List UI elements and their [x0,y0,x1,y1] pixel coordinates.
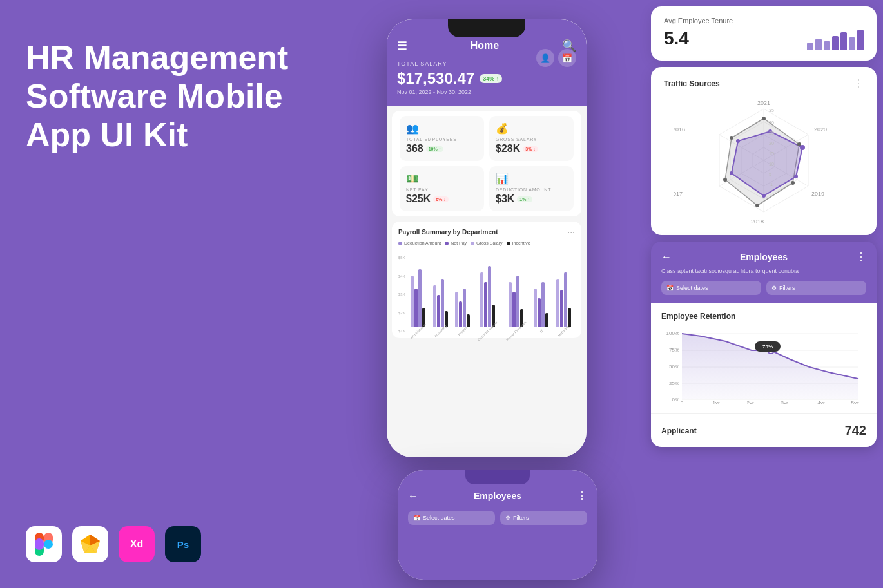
emp-filter-row: 📅 Select dates ⚙ Filters [398,507,597,529]
emp-filters-btn[interactable]: ⚙ Filters [500,511,587,525]
mini-bar-2 [815,39,822,50]
emp-more-icon[interactable]: ⋮ [577,489,587,502]
svg-text:25: 25 [769,131,774,135]
phone-bottom-mockup: ← Employees ⋮ 📅 Select dates ⚙ Filters [398,470,597,580]
gross-badge: 3% ↓ [523,146,538,152]
emp-select-dates-btn[interactable]: 📅 Select dates [408,511,495,525]
bar-admin-gross [411,276,414,327]
svg-text:30: 30 [769,120,774,125]
deduction-value: $3K [496,193,514,205]
ps-icon: Ps [165,526,201,562]
emp-card-back-icon[interactable]: ← [661,251,672,263]
employees-value: 368 [406,143,423,155]
payroll-header: Payroll Summary by Department ··· [398,227,575,237]
svg-text:2016: 2016 [674,126,685,133]
svg-text:2019: 2019 [811,191,824,197]
legend-netpay: Net Pay [445,241,467,245]
mini-bar-6 [849,37,855,50]
salary-badge: 34% ↑ [480,74,502,83]
netpay-stat-label: NET PAY [406,187,478,192]
emp-notch [465,470,530,484]
svg-point-24 [797,142,801,146]
svg-point-23 [762,117,766,120]
svg-text:10: 10 [769,162,774,166]
applicant-value: 742 [845,423,866,438]
svg-point-25 [791,181,795,185]
employees-badge: 10% ↑ [426,146,443,152]
netpay-value: $25K [406,193,431,205]
payroll-title: Payroll Summary by Department [398,229,498,236]
mini-bar-4 [832,36,839,50]
applicant-section: Applicant 742 [651,413,877,447]
traffic-header: Traffic Sources ⋮ [664,77,864,90]
deduction-stat-value-row: $3K 1% ↑ [496,193,567,205]
employees-stat-label: TOTAL EMPLOYEES [406,137,478,142]
tool-icons-row: Xd Ps [26,526,201,562]
svg-point-31 [794,175,798,178]
bar-group-finance: Finance [452,256,472,333]
gross-stat-icon: 💰 [496,122,567,135]
mini-bar-5 [840,32,847,50]
svg-text:4yr: 4yr [817,400,824,404]
svg-text:3yr: 3yr [781,400,788,404]
payroll-menu-icon[interactable]: ··· [567,227,575,237]
calendar-icon-small: 📅 [413,515,420,521]
svg-point-27 [723,178,727,182]
tenure-card: Avg Employee Tenure 5.4 [651,6,877,61]
svg-text:2017: 2017 [674,191,683,197]
emp-back-icon[interactable]: ← [408,490,418,502]
phone-main-mockup: ☰ Home 🔍 👤 📅 TOTAL SALARY $17,530.47 34%… [387,19,587,457]
tenure-row: 5.4 [664,27,864,50]
emp-card-filters: 📅 Select dates ⚙ Filters [651,281,877,303]
left-panel: HR Management Software Mobile App UI Kit [26,39,316,167]
svg-text:5yr: 5yr [851,400,858,404]
label-finance: Finance [457,326,468,337]
bar-group-hr: Human Resources [503,256,529,333]
hamburger-icon[interactable]: ☰ [397,39,407,53]
salary-row: $17,530.47 34% ↑ [397,70,576,88]
emp-card-more-icon[interactable]: ⋮ [856,251,866,263]
cal-icon: 📅 [666,285,674,291]
label-it: IT [539,328,543,333]
bar-admin-net [414,289,418,327]
bar-admin-deduction [418,269,422,327]
stat-card-deduction: 📊 DEDUCTION AMOUNT $3K 1% ↑ [489,166,574,211]
emp-retention-section: Employee Retention 100% 75% 50% 25% 0% [651,303,877,413]
bar-group-cs: Customer Support [474,256,501,333]
bar-group-admin: Administration [408,256,429,333]
stat-card-gross: 💰 GROSS SALARY $28K 3% ↓ [489,116,574,161]
y-axis: $5K $4K $3K $2K $1K [398,256,407,333]
date-range: Nov 01, 2022 - Nov 30, 2022 [397,89,576,95]
svg-point-32 [762,194,766,198]
employees-stat-icon: 👥 [406,122,478,135]
traffic-menu-icon[interactable]: ⋮ [853,77,864,90]
legend-dot-gross [471,242,474,245]
svg-text:75%: 75% [762,344,773,350]
traffic-card: Traffic Sources ⋮ [651,67,877,235]
stat-card-netpay: 💵 NET PAY $25K 6% ↓ [400,166,484,211]
svg-text:15: 15 [769,151,774,156]
radar-chart: 2021 2020 2019 2018 2017 2016 35 30 25 2… [674,96,854,225]
mini-bar-1 [807,43,813,50]
svg-point-30 [800,145,805,150]
emp-title: Employees [418,491,577,501]
svg-text:2021: 2021 [757,100,770,106]
emp-card-title: Employees [672,252,856,262]
right-panel: Avg Employee Tenure 5.4 Traffic Sources … [651,6,877,582]
tenure-mini-bars [807,27,864,50]
emp-card-filter-btn[interactable]: ⚙ Filters [766,281,866,295]
mini-bar-3 [824,41,830,50]
stats-grid: 👥 TOTAL EMPLOYEES 368 10% ↑ 💰 GROSS SALA… [392,111,581,216]
bar-groups: Administration Accounting [407,249,575,333]
svg-text:1yr: 1yr [712,400,719,404]
stat-card-employees: 👥 TOTAL EMPLOYEES 368 10% ↑ [400,116,484,161]
phone-bottom-screen: ← Employees ⋮ 📅 Select dates ⚙ Filters [398,470,597,580]
svg-text:100%: 100% [666,330,679,336]
bar-chart: $5K $4K $3K $2K $1K Ad [398,249,575,333]
main-title: HR Management Software Mobile App UI Kit [26,39,316,154]
tenure-value: 5.4 [664,28,689,49]
emp-card-dates-btn[interactable]: 📅 Select dates [661,281,761,295]
bar-group-admin-bars [411,256,425,327]
svg-text:5: 5 [769,172,771,176]
svg-text:0%: 0% [672,397,679,403]
